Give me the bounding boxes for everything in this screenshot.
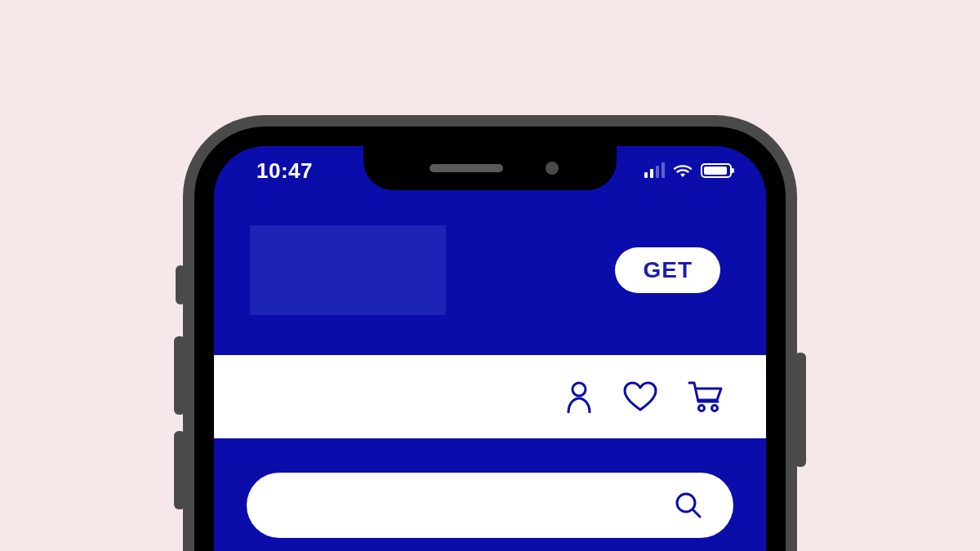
get-app-button[interactable]: GET [615,247,720,293]
search-input[interactable] [247,473,733,538]
front-camera [546,162,559,175]
battery-icon [701,163,732,178]
speaker-grill [430,164,503,172]
phone-screen: 10:47 [214,146,766,551]
header-toolbar [214,355,766,438]
svg-point-3 [677,494,695,512]
search-section [214,473,766,538]
search-icon[interactable] [675,491,702,519]
phone-frame: 10:47 [183,115,797,551]
status-indicators [644,163,732,178]
cellular-signal-icon [644,163,665,178]
brand-logo-placeholder [250,225,446,315]
svg-point-0 [572,383,586,396]
status-time: 10:47 [256,158,313,184]
user-icon[interactable] [565,380,593,413]
wifi-icon [673,163,693,178]
phone-notch [363,146,617,190]
phone-bezel: 10:47 [194,127,786,551]
svg-line-4 [693,510,700,517]
svg-point-2 [712,406,718,411]
svg-point-1 [699,406,705,411]
cart-icon[interactable] [688,380,724,413]
app-banner: GET [214,210,766,331]
heart-icon[interactable] [622,380,658,413]
